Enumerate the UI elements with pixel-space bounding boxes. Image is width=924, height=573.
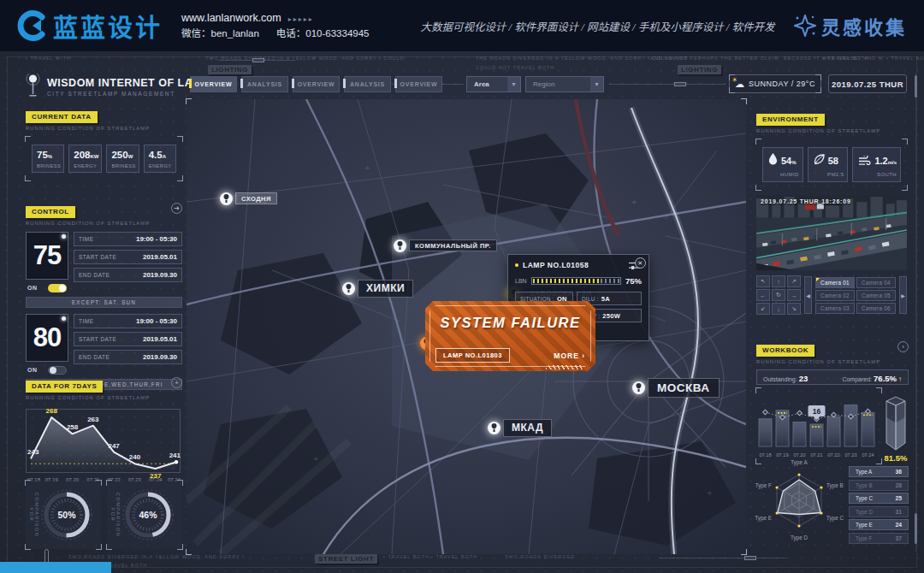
map-place-label[interactable]: КОММУНАЛЬНЫЙ ПР. <box>409 239 497 251</box>
brightness-bar[interactable] <box>531 277 621 285</box>
alert-lamp-id: LAMP NO.L01803 <box>435 348 510 363</box>
collect-title: 灵感收集 <box>821 12 907 39</box>
chevron-down-icon[interactable]: ▼ <box>507 77 520 92</box>
weather-text: SUNNDAY / 29°C <box>749 80 815 88</box>
pan-down-left-button[interactable]: ↙ <box>756 303 770 315</box>
arrow-right-icon[interactable]: ➜ <box>171 203 182 214</box>
page-title: WISDOM INTERNET OF LAMP <box>47 77 210 89</box>
comparison-panel: COMPARISON FOR50%COMPARISON FOR46% <box>26 481 182 549</box>
compared-value: 76.5% <box>874 374 897 383</box>
camera-button-5[interactable]: Camera 05 <box>856 290 896 301</box>
page-subtitle: CITY STREETLAMP MANAGEMENT <box>47 91 210 97</box>
type-row-type-a[interactable]: Type A36 <box>849 466 909 477</box>
pan-up-left-button[interactable]: ↖ <box>756 275 770 287</box>
area-select[interactable]: Area ▼ <box>466 76 521 92</box>
camera-button-3[interactable]: Camera 03 <box>815 303 855 314</box>
panel-badge: CURRENT DATA <box>26 111 98 123</box>
pan-up-button[interactable]: ↑ <box>772 275 785 287</box>
alert-title: SYSTEM FAILURE <box>425 315 595 331</box>
prev-camera-arrow[interactable]: ◀ <box>804 276 812 314</box>
schedule-field-end-date[interactable]: END DATE2019.09.30 <box>74 268 182 282</box>
map-pin-white[interactable] <box>488 422 500 434</box>
svg-text:Type F: Type F <box>755 482 772 489</box>
camera-button-6[interactable]: Camera 06 <box>856 303 896 314</box>
scrollbar-track[interactable] <box>915 73 916 552</box>
map-pin-white[interactable] <box>220 192 233 205</box>
traffic-scene <box>756 195 907 270</box>
schedule-field-end-date[interactable]: END DATE2019.09.30 <box>74 350 182 364</box>
svg-text:241: 241 <box>169 452 181 459</box>
svg-text:263: 263 <box>87 415 99 422</box>
map-pin-white[interactable] <box>342 282 355 295</box>
seven-days-panel: DATA FOR 7DAYS + RUNNING CONDITION OF ST… <box>26 376 182 487</box>
tab-analysis-3[interactable]: ANALYSIS <box>344 76 391 92</box>
tab-overview-0[interactable]: OVERVIEW <box>190 76 237 92</box>
schedule-field-start-date[interactable]: START DATE2019.05.01 <box>74 332 182 346</box>
type-row-type-b[interactable]: Type B28 <box>849 480 909 491</box>
workbook-panel: WORKBOOK › RUNNING CONDITION OF STREETLA… <box>756 340 909 464</box>
refresh-button[interactable]: ↻ <box>772 289 785 301</box>
map-place-label[interactable]: СХОДНЯ <box>235 192 277 204</box>
tab-overview-2[interactable]: OVERVIEW <box>293 76 340 92</box>
env-tile-pm25: 58PM2.5 <box>808 147 849 182</box>
more-button[interactable]: MORE › <box>554 351 585 360</box>
wind-icon <box>858 153 871 168</box>
svg-text:46%: 46% <box>139 510 157 520</box>
area-select-value: Area <box>467 80 507 88</box>
svg-text:+: + <box>631 197 637 207</box>
map-place-label[interactable]: МОСКВА <box>648 378 720 398</box>
camera-button-4[interactable]: Camera 04 <box>856 277 896 288</box>
website-link[interactable]: www.lanlanwork.com <box>181 12 281 24</box>
camera-feed[interactable]: 2019.07.25 THUR 18:26:09 <box>756 195 907 270</box>
map-pin-white[interactable] <box>632 381 645 394</box>
chevron-right-icon[interactable]: › <box>897 341 909 352</box>
map-pin-white[interactable] <box>394 239 406 252</box>
decor-slider-knob[interactable] <box>674 82 686 86</box>
schedule-field-time[interactable]: TIME19:00 - 05:30 <box>74 232 182 246</box>
tab-overview-4[interactable]: OVERVIEW <box>395 76 442 92</box>
city-map[interactable]: +++ ++++ СХОДНЯКОММУНАЛЬНЫЙ ПР.ХИМКИЗАВО… <box>187 99 746 554</box>
brightness-level: 75 <box>26 232 68 280</box>
scrollbar-thumb[interactable] <box>915 513 917 544</box>
schedule-field-start-date[interactable]: START DATE2019.05.01 <box>74 250 182 264</box>
svg-text:50%: 50% <box>57 510 76 520</box>
collect-brand[interactable]: 灵感收集 <box>794 12 907 39</box>
map-place-label[interactable]: ХИМКИ <box>358 280 413 298</box>
map-place-label[interactable]: МКАД <box>503 419 552 437</box>
tab-analysis-1[interactable]: ANALYSIS <box>241 76 288 92</box>
level-column: 80ON <box>26 314 68 375</box>
schedule-field-time[interactable]: TIME19:00 - 05:30 <box>74 314 182 328</box>
pan-right-button[interactable]: → <box>787 289 801 301</box>
outstanding-value: 23 <box>799 374 808 383</box>
next-camera-arrow[interactable]: ▶ <box>899 276 907 314</box>
pan-left-button[interactable]: ← <box>756 289 770 301</box>
type-row-type-d[interactable]: Type D31 <box>849 506 909 517</box>
panel-subtitle: RUNNING CONDITION OF STREETLAMP <box>26 395 182 400</box>
decor-badge: STREET LIGHT <box>315 554 377 564</box>
power-toggle[interactable] <box>48 366 67 375</box>
pan-down-right-button[interactable]: ↘ <box>787 303 801 315</box>
brand-name: 蓝蓝设计 <box>53 8 163 44</box>
decor-slider-knob[interactable] <box>744 556 756 560</box>
svg-text:240: 240 <box>129 453 141 461</box>
brand-logo[interactable]: 蓝蓝设计 <box>15 8 163 44</box>
pan-up-right-button[interactable]: ↗ <box>787 275 801 287</box>
plus-icon[interactable]: + <box>171 377 182 388</box>
decor-slider-knob[interactable] <box>252 58 264 62</box>
power-toggle[interactable] <box>48 284 67 292</box>
scrollbar-thumb[interactable] <box>915 75 917 97</box>
camera-controls: ↖↑↗←↻→↙↓↘ ◀ Camera 01Camera 04Camera 02C… <box>756 275 907 315</box>
lanlan-logo-icon <box>15 10 46 41</box>
pan-down-button[interactable]: ↓ <box>772 303 785 315</box>
type-row-type-c[interactable]: Type C25 <box>849 493 909 504</box>
camera-button-2[interactable]: Camera 02 <box>815 290 855 301</box>
chevron-down-icon[interactable]: ▼ <box>590 77 603 92</box>
close-icon[interactable]: ✕ <box>635 257 646 269</box>
arrows-decor: ▸▸▸▸▸ <box>288 15 314 23</box>
bar-chart-svg: 1607.1807.1907.2007.2107.2207.2307.24 <box>756 388 881 460</box>
region-select[interactable]: Region ▼ <box>525 76 604 92</box>
type-row-type-f[interactable]: Type F37 <box>849 533 909 544</box>
type-row-type-e[interactable]: Type E24 <box>849 519 909 530</box>
camera-button-1[interactable]: Camera 01 <box>815 277 855 288</box>
decor-text: TWO ROADS DIVERGED IN A YELLOW WOOD, AND… <box>68 554 245 559</box>
